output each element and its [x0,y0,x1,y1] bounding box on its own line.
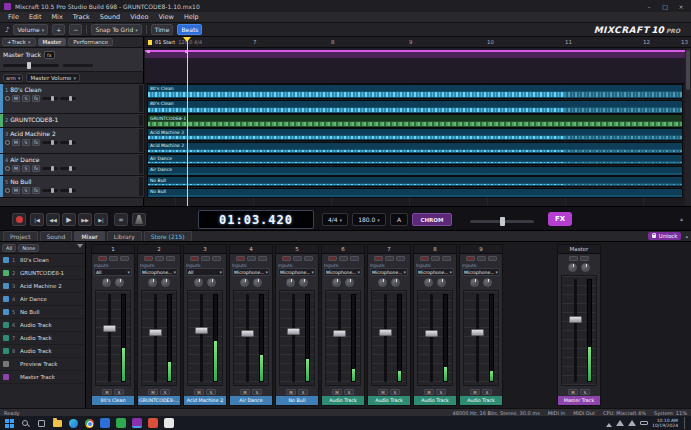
tab-library[interactable]: Library [107,231,142,241]
list-item[interactable]: 180's Clean [0,254,85,267]
fx-button[interactable] [109,256,118,261]
scale-mode-button[interactable]: CHROM [412,213,452,226]
play-button[interactable]: ▶ [62,213,76,226]
pan-slider[interactable] [60,141,76,144]
pan-slider[interactable] [60,97,76,100]
arm-button[interactable] [282,256,291,261]
menu-item-file[interactable]: File [4,13,23,21]
mute-button[interactable]: M [470,389,480,395]
track-header[interactable]: 5No Bull M S fx [0,176,144,198]
pan-knob[interactable] [424,278,433,287]
mute-button[interactable]: M [378,389,388,395]
fader-handle[interactable] [425,330,438,337]
fader-handle[interactable] [287,328,300,335]
list-item[interactable]: Master Track [0,371,85,384]
time-signature-box[interactable]: 4/4▾ [322,213,348,226]
app-icon-1[interactable] [100,418,110,428]
audio-clip[interactable]: No Bull [147,188,683,199]
fx-button[interactable] [431,256,440,261]
mute-button[interactable]: M [12,165,20,172]
zoom-out-button[interactable]: − [69,24,82,35]
solo-button[interactable]: S [436,389,446,395]
fader-handle[interactable] [379,329,392,336]
mute-button[interactable]: M [12,187,20,194]
list-item[interactable]: 3Acid Machine 2 [0,280,85,293]
tab-mixer[interactable]: Mixer [74,231,104,241]
eq-button[interactable] [212,256,221,261]
track-header[interactable]: 2GRUNTCODE8-1 [0,114,144,128]
slider-thumb[interactable] [500,217,505,226]
eq-button[interactable] [350,256,359,261]
playhead-line[interactable] [187,37,188,206]
mute-button[interactable]: M [12,139,20,146]
solo-button[interactable]: S [114,389,124,395]
input-select[interactable]: All▾ [186,268,224,276]
audio-clip[interactable]: Acid Machine 2 [147,142,683,155]
tab-store[interactable]: Store (215) [144,231,192,241]
fx-panel-button[interactable]: FX [548,212,572,226]
fader-handle[interactable] [569,316,582,323]
solo-button[interactable]: S [390,389,400,395]
menu-item-view[interactable]: View [154,13,177,21]
fader-handle[interactable] [149,329,162,336]
automation-arm-button[interactable]: arm▾ [3,74,23,82]
mute-button[interactable]: M [148,389,158,395]
pan-knob[interactable] [286,278,295,287]
zoom-in-button[interactable]: + [52,24,65,35]
pan-knob[interactable] [240,278,249,287]
mute-button[interactable]: M [424,389,434,395]
automation-param-dropdown[interactable]: Master Volume▾ [26,73,80,82]
arm-button[interactable] [420,256,429,261]
fx-button[interactable] [293,256,302,261]
record-button[interactable] [12,213,26,226]
playhead-marker[interactable] [183,37,191,46]
pan-knob[interactable] [194,278,203,287]
eq-button[interactable] [258,256,267,261]
eq-button[interactable] [396,256,405,261]
track-header[interactable]: 3Acid Machine 2 M S fx [0,128,144,154]
fader-handle[interactable] [471,329,484,336]
eq-button[interactable] [488,256,497,261]
mute-button[interactable]: M [568,389,578,395]
list-item[interactable]: 5No Bull [0,306,85,319]
audio-clip[interactable]: 80's Clean [147,84,683,99]
key-box[interactable]: A [390,213,408,226]
audio-clip[interactable]: GRUNTCODE8-1 [147,114,683,128]
fx-button[interactable] [201,256,210,261]
fx-button[interactable]: fx [32,139,40,146]
fx-button[interactable] [247,256,256,261]
task-view-icon[interactable] [36,418,46,428]
pan-knob[interactable] [148,278,157,287]
list-item[interactable]: 6Audio Track [0,319,85,332]
tray-expand-icon[interactable] [606,420,612,427]
eq-button[interactable] [442,256,451,261]
mute-button[interactable]: M [12,95,20,102]
menu-item-track[interactable]: Track [69,13,94,21]
input-select[interactable]: Microphone...▾ [140,268,178,276]
fader-handle[interactable] [103,325,116,332]
eq-button[interactable] [580,256,589,261]
file-explorer-icon[interactable] [52,418,62,428]
fx-button[interactable] [339,256,348,261]
automation-node[interactable] [147,50,150,53]
menu-item-sound[interactable]: Sound [96,13,124,21]
battery-icon[interactable] [640,421,648,425]
maximize-button[interactable]: □ [657,0,673,12]
go-to-start-button[interactable]: |◀ [30,213,44,226]
arm-button[interactable] [98,256,107,261]
volume-slider[interactable] [42,97,58,100]
fader-handle[interactable] [195,327,208,334]
eq-button[interactable] [304,256,313,261]
pan-knob[interactable] [568,263,577,272]
eq-button[interactable] [166,256,175,261]
solo-button[interactable]: S [206,389,216,395]
app-icon-2[interactable] [116,418,126,428]
pan-knob[interactable] [332,278,341,287]
send-knob[interactable] [115,278,124,287]
send-knob[interactable] [299,278,308,287]
minimize-button[interactable]: – [641,0,657,12]
tab-project[interactable]: Project [3,231,38,241]
input-select[interactable]: Microphone...▾ [462,268,500,276]
record-arm-button[interactable] [5,188,10,193]
solo-button[interactable]: S [22,95,30,102]
